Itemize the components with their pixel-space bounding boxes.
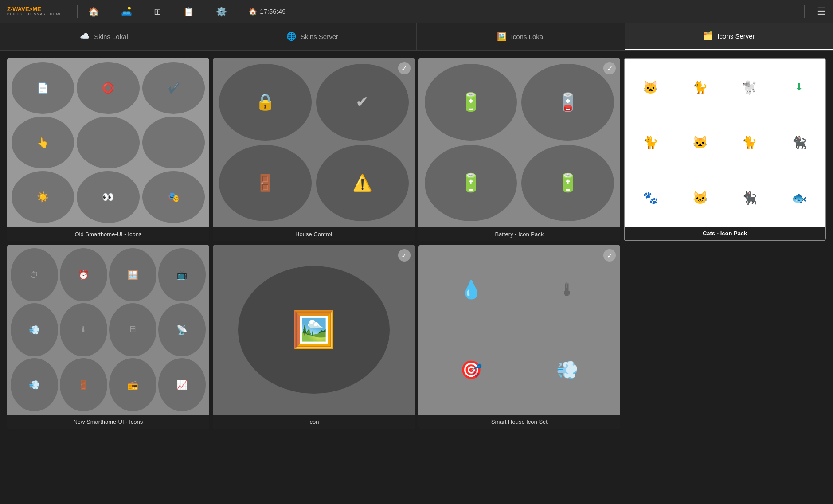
cat-1: 🐱 xyxy=(626,60,675,114)
nav-home-icon[interactable]: 🏠 xyxy=(84,6,104,17)
nav-divider-5 xyxy=(205,5,205,18)
cat-7: 🐈 xyxy=(725,115,774,169)
img-placeholder-content: 🖼️ xyxy=(213,245,415,414)
sh-icon-4: 💨 xyxy=(521,332,613,408)
image-placeholder-icon: 🖼️ xyxy=(238,266,390,393)
icon-6 xyxy=(142,117,205,168)
topnav-right: ☰ xyxy=(798,5,826,18)
card-new-smart-preview: ⏱ ⏰ 🪟 📺 💨 🌡 🖥 📡 💨 🚪 📻 📈 xyxy=(7,245,209,414)
sh-icon-1: 💧 xyxy=(426,252,517,328)
ns-icon-1: ⏱ xyxy=(11,248,58,301)
icon-8: 👀 xyxy=(77,171,139,223)
tab-skins-server-label: Skins Server xyxy=(301,33,338,40)
cat-8: 🐈‍⬛ xyxy=(775,115,823,169)
tab-skins-lokal-label: Skins Lokal xyxy=(94,33,128,40)
house-icons: 🔒 ✔ 🚪 ⚠️ xyxy=(213,58,415,227)
ns-icon-2: ⏰ xyxy=(60,248,107,301)
card-icon-placeholder[interactable]: 🖼️ ✓ icon xyxy=(213,245,415,428)
card-smart-house-label: Smart House Icon Set xyxy=(418,415,621,429)
cat-9: 🐾 xyxy=(626,171,675,225)
card-house-label: House Control xyxy=(213,227,415,241)
nav-divider-6 xyxy=(238,5,238,18)
nav-divider-4 xyxy=(172,5,172,18)
tab-icons-server[interactable]: 🗂️ Icons Server xyxy=(625,23,833,50)
cat-6: 🐱 xyxy=(676,115,724,169)
card-battery-label: Battery - Icon Pack xyxy=(418,227,621,241)
icon-3: ✔️ xyxy=(142,62,205,114)
icons-server-icon: 🗂️ xyxy=(703,31,713,41)
old-smart-icons: 📄 ⭕ ✔️ 👆 ☀️ 👀 🎭 xyxy=(7,58,209,227)
clock-display: 🏠 17:56:49 xyxy=(249,8,285,16)
card-icon-preview: 🖼️ ✓ xyxy=(213,245,415,414)
app-logo: Z-WAVE>ME BUILDS THE SMART HOME xyxy=(7,6,62,16)
tab-icons-lokal[interactable]: 🖼️ Icons Lokal xyxy=(417,23,625,50)
tab-icons-lokal-label: Icons Lokal xyxy=(511,33,545,40)
icon-pack-grid: 📄 ⭕ ✔️ 👆 ☀️ 👀 🎭 Old Smarthome-UI - Icons… xyxy=(0,51,833,436)
cat-3: 🐩 xyxy=(725,60,774,114)
skins-lokal-icon: ☁️ xyxy=(80,31,90,41)
nav-divider-2 xyxy=(110,5,110,18)
ns-icon-11: 📻 xyxy=(109,358,156,411)
card-cats-icon-pack[interactable]: 🐱 🐈 🐩 ⬇ 🐈 🐱 🐈 🐈‍⬛ 🐾 🐱 🐈‍⬛ 🐟 Cats - Icon … xyxy=(624,58,826,241)
ns-icon-10: 🚪 xyxy=(60,358,107,411)
card-cats-label: Cats - Icon Pack xyxy=(625,227,825,240)
sh-icon-2: 🌡 xyxy=(521,252,613,328)
house-icon-4: ⚠️ xyxy=(316,145,409,222)
tab-skins-server[interactable]: 🌐 Skins Server xyxy=(208,23,417,50)
cat-10: 🐱 xyxy=(676,171,724,225)
nav-file-icon[interactable]: 📋 xyxy=(179,6,199,17)
icon-9: 🎭 xyxy=(142,171,205,223)
hamburger-menu-icon[interactable]: ☰ xyxy=(817,6,826,17)
ns-icon-7: 🖥 xyxy=(109,303,156,356)
house-icon-1: 🔒 xyxy=(219,64,312,141)
check-badge-icon: ✓ xyxy=(398,249,411,262)
nav-divider-1 xyxy=(77,5,78,18)
new-smart-icons: ⏱ ⏰ 🪟 📺 💨 🌡 🖥 📡 💨 🚪 📻 📈 xyxy=(7,245,209,414)
nav-couch-icon[interactable]: 🛋️ xyxy=(117,6,137,17)
cat-12: 🐟 xyxy=(775,171,823,225)
nav-grid-icon[interactable]: ⊞ xyxy=(149,6,166,17)
cats-icons: 🐱 🐈 🐩 ⬇ 🐈 🐱 🐈 🐈‍⬛ 🐾 🐱 🐈‍⬛ 🐟 xyxy=(625,59,825,227)
card-old-smarthome-ui[interactable]: 📄 ⭕ ✔️ 👆 ☀️ 👀 🎭 Old Smarthome-UI - Icons xyxy=(7,58,209,241)
sh-icon-3: 🎯 xyxy=(426,332,517,408)
ns-icon-6: 🌡 xyxy=(60,303,107,356)
tab-skins-lokal[interactable]: ☁️ Skins Lokal xyxy=(0,23,208,50)
battery-icon-4: 🔋 xyxy=(521,145,614,222)
tab-icons-server-label: Icons Server xyxy=(717,32,755,40)
ns-icon-3: 🪟 xyxy=(109,248,156,301)
battery-icon-1: 🔋 xyxy=(425,64,517,141)
card-old-smarthome-preview: 📄 ⭕ ✔️ 👆 ☀️ 👀 🎭 xyxy=(7,58,209,227)
card-house-control[interactable]: 🔒 ✔ 🚪 ⚠️ ✓ House Control xyxy=(213,58,415,241)
topnav: Z-WAVE>ME BUILDS THE SMART HOME 🏠 🛋️ ⊞ 📋… xyxy=(0,0,833,23)
battery-icons: 🔋 🪫 🔋 🔋 xyxy=(418,58,621,227)
card-new-smarthome-ui[interactable]: ⏱ ⏰ 🪟 📺 💨 🌡 🖥 📡 💨 🚪 📻 📈 New Smarthome-UI… xyxy=(7,245,209,428)
icons-lokal-icon: 🖼️ xyxy=(497,31,507,41)
skins-server-icon: 🌐 xyxy=(286,31,296,41)
card-smart-house-icon-set[interactable]: 💧 🌡 🎯 💨 ✓ Smart House Icon Set xyxy=(418,245,621,428)
battery-icon-2: 🪫 xyxy=(521,64,614,141)
card-battery-preview: 🔋 🪫 🔋 🔋 ✓ xyxy=(418,58,621,227)
tab-bar: ☁️ Skins Lokal 🌐 Skins Server 🖼️ Icons L… xyxy=(0,23,833,51)
ns-icon-5: 💨 xyxy=(11,303,58,356)
card-old-smarthome-label: Old Smarthome-UI - Icons xyxy=(7,227,209,241)
nav-settings-icon[interactable]: ⚙️ xyxy=(211,6,231,17)
cat-11: 🐈‍⬛ xyxy=(725,171,774,225)
card-battery-icon-pack[interactable]: 🔋 🪫 🔋 🔋 ✓ Battery - Icon Pack xyxy=(418,58,621,241)
icon-7: ☀️ xyxy=(12,171,74,223)
house-icon-2: ✔ xyxy=(316,64,409,141)
card-new-smarthome-label: New Smarthome-UI - Icons xyxy=(7,415,209,429)
ns-icon-12: 📈 xyxy=(158,358,206,411)
ns-icon-4: 📺 xyxy=(158,248,206,301)
icon-5 xyxy=(77,117,139,168)
cat-5: 🐈 xyxy=(626,115,675,169)
check-badge-house: ✓ xyxy=(398,62,411,74)
smart-house-icons: 💧 🌡 🎯 💨 xyxy=(418,245,621,414)
icon-4: 👆 xyxy=(12,117,74,168)
nav-divider-3 xyxy=(143,5,143,18)
house-icon-3: 🚪 xyxy=(219,145,312,222)
card-icon-label: icon xyxy=(213,415,415,429)
icon-2: ⭕ xyxy=(77,62,139,114)
cat-2: 🐈 xyxy=(676,60,724,114)
cat-4: ⬇ xyxy=(775,60,823,114)
nav-divider-7 xyxy=(804,5,805,18)
